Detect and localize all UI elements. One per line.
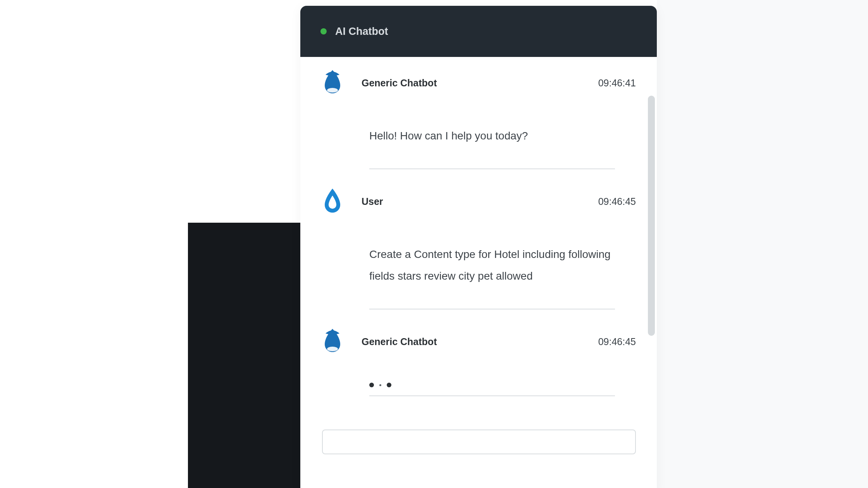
- page-dark-block: [188, 223, 301, 488]
- bot-avatar-icon: [320, 330, 344, 354]
- chat-message: Generic Chatbot 09:46:45: [300, 309, 657, 396]
- chat-message-head: User 09:46:45: [320, 189, 636, 213]
- chat-message-head: Generic Chatbot 09:46:45: [320, 330, 636, 354]
- svg-point-1: [327, 347, 338, 351]
- message-text: Create a Content type for Hotel includin…: [369, 244, 629, 287]
- svg-point-0: [327, 88, 338, 93]
- message-sender: Generic Chatbot: [362, 336, 581, 347]
- message-timestamp: 09:46:41: [598, 77, 636, 89]
- typing-dot-icon: [369, 383, 374, 387]
- chat-message: User 09:46:45 Create a Content type for …: [300, 169, 657, 309]
- message-text: Hello! How can I help you today?: [369, 125, 629, 147]
- chat-input[interactable]: [322, 430, 636, 454]
- status-dot-icon: [320, 28, 327, 34]
- chat-input-field[interactable]: [323, 430, 651, 454]
- typing-dot-icon: [387, 383, 391, 387]
- message-sender: User: [362, 196, 581, 207]
- page-background-pattern: [657, 0, 868, 488]
- bot-avatar-icon: [320, 71, 344, 95]
- message-timestamp: 09:46:45: [598, 196, 636, 207]
- chatbot-title: AI Chatbot: [335, 26, 388, 38]
- typing-dot-icon: [379, 384, 381, 386]
- message-divider: [369, 395, 615, 396]
- message-timestamp: 09:46:45: [598, 336, 636, 347]
- message-sender: Generic Chatbot: [362, 77, 581, 89]
- chat-message: Generic Chatbot 09:46:41 Hello! How can …: [300, 61, 657, 169]
- chatbot-body: Generic Chatbot 09:46:41 Hello! How can …: [300, 57, 657, 488]
- chatbot-panel: AI Chatbot Generic Chatbot 09:46:41 Hell…: [300, 6, 657, 488]
- typing-indicator-icon: [369, 381, 636, 388]
- user-avatar-icon: [320, 189, 344, 213]
- scrollbar-thumb[interactable]: [648, 96, 655, 336]
- chatbot-header: AI Chatbot: [300, 6, 657, 57]
- chat-message-head: Generic Chatbot 09:46:41: [320, 71, 636, 95]
